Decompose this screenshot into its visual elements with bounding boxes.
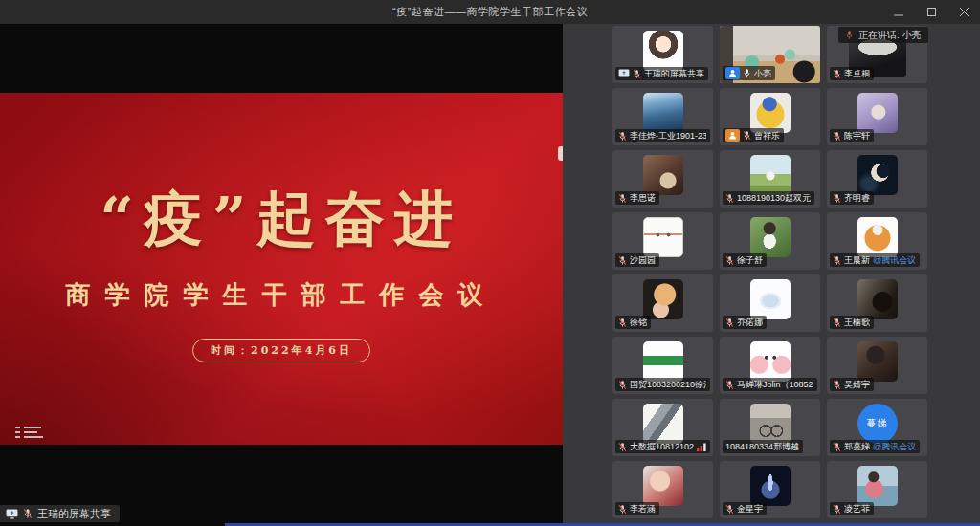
presenter-label: 王瑞的屏幕共享: [37, 507, 111, 521]
participant-label: 曾祥乐: [723, 128, 784, 142]
participant-tile[interactable]: 李若涵: [612, 461, 713, 518]
mic-muted-icon: [725, 318, 734, 328]
window-controls: [882, 0, 980, 24]
avatar-green-logo: [643, 341, 683, 382]
participant-name: 王楠歌: [844, 317, 870, 328]
close-button[interactable]: [947, 0, 980, 24]
participant-label: 大数据108121023...: [615, 440, 710, 453]
slide-subtitle: 商学院学生干部工作会议: [66, 278, 498, 312]
participant-label: 乔偌娜: [723, 316, 767, 329]
participants-panel: 正在讲话: 小亮 王瑞的屏幕共享小亮李卓桐李佳烨-工业1901-23曾祥乐陈宇轩…: [563, 24, 980, 526]
participant-name: 陈宇轩: [844, 130, 870, 142]
participant-label: 马婵琳Jolin（108520...: [723, 378, 817, 391]
avatar-pikachu: [750, 93, 791, 133]
maximize-icon: [927, 8, 936, 16]
participant-tile[interactable]: 王晨新@腾讯会议: [827, 212, 927, 270]
participant-label: 王楠歌: [830, 316, 874, 329]
participant-label: 齐明睿: [830, 191, 874, 205]
maximize-button[interactable]: [915, 0, 947, 24]
participant-name: 1084180334邢博越: [725, 441, 799, 452]
screen-share-icon: [6, 509, 18, 519]
participant-name: 李佳烨-工业1901-23: [630, 130, 706, 142]
participant-label: 1084180334邢博越: [723, 440, 803, 453]
participant-name: 郑蔓娣: [844, 441, 870, 452]
participant-tile[interactable]: 小亮: [720, 26, 820, 83]
participant-tile[interactable]: 国贸1083200210徐洋...: [612, 337, 713, 394]
participant-label: 徐子舒: [723, 253, 767, 267]
participant-label: 徐铭: [615, 316, 651, 329]
participant-name: 国贸1083200210徐洋...: [630, 379, 706, 390]
speaking-banner: 正在讲话: 小亮: [838, 27, 928, 43]
avatar-girl-dark: [858, 341, 898, 382]
participant-tile[interactable]: 乔偌娜: [720, 274, 820, 332]
mic-muted-icon: [833, 380, 841, 390]
participant-label: 李思诺: [615, 191, 659, 205]
participant-label: 李若涵: [615, 502, 659, 515]
participant-tile[interactable]: 金星宇: [720, 461, 820, 518]
avatar-girl-cartoon: [643, 31, 683, 71]
screen-share-icon: [618, 69, 630, 78]
participant-tile[interactable]: 1084180334邢博越: [720, 399, 820, 456]
participant-tile[interactable]: 曾祥乐: [720, 88, 820, 145]
participant-label: 小亮: [723, 66, 775, 80]
participant-name: 王晨新: [844, 254, 870, 266]
mic-muted-icon: [725, 504, 734, 515]
avatar-girl-outdoor: [750, 217, 791, 257]
participant-name: 沙园园: [630, 254, 656, 266]
slide-title: “疫”起奋进: [100, 177, 462, 261]
avatar-waterfall: [643, 93, 683, 133]
participant-name: 李思诺: [630, 192, 656, 204]
participant-name: 乔偌娜: [737, 317, 763, 328]
avatar-sea: [858, 466, 898, 506]
participant-name: 李若涵: [630, 503, 656, 515]
avatar-cat-meme: [643, 279, 683, 319]
participant-label: 吴婧宇: [830, 378, 874, 391]
participant-label: 王晨新@腾讯会议: [830, 253, 920, 267]
mic-muted-icon: [618, 131, 627, 142]
signal-bars-icon: [697, 443, 706, 451]
participant-label: 金星宇: [723, 502, 767, 515]
slide-footer-lines: [15, 427, 43, 441]
participant-label: 李卓桐: [830, 67, 874, 80]
participant-tile[interactable]: 王瑞的屏幕共享: [612, 26, 713, 83]
participant-name: 大数据108121023...: [630, 441, 694, 452]
participants-grid: 王瑞的屏幕共享小亮李卓桐李佳烨-工业1901-23曾祥乐陈宇轩李思诺108819…: [612, 26, 927, 518]
mic-muted-icon: [833, 193, 841, 204]
participant-tile[interactable]: 大数据108121023...: [612, 399, 713, 456]
mic-muted-icon: [618, 255, 627, 266]
participant-tile[interactable]: 蔓娣郑蔓娣@腾讯会议: [827, 399, 927, 456]
participant-tile[interactable]: 李思诺: [612, 150, 713, 208]
avatar-desk: [858, 279, 898, 319]
participant-label: 国贸1083200210徐洋...: [615, 378, 710, 391]
avatar-wolf: [643, 404, 683, 444]
participant-tile[interactable]: 徐铭: [612, 274, 713, 332]
participant-tile[interactable]: 李佳烨-工业1901-23: [612, 88, 713, 145]
participant-tile[interactable]: 齐明睿: [827, 150, 927, 208]
mic-muted-icon: [743, 130, 751, 141]
member-badge-icon: [725, 129, 740, 142]
avatar-girl-dog: [643, 155, 683, 195]
participant-tile[interactable]: 马婵琳Jolin（108520...: [720, 337, 820, 394]
mic-muted-icon: [618, 193, 627, 204]
participant-name: 李卓桐: [844, 68, 870, 79]
participant-label: 凌艺菲: [830, 502, 874, 515]
mic-muted-icon: [833, 504, 841, 515]
close-icon: [960, 8, 969, 16]
mic-muted-icon: [833, 69, 841, 79]
participant-tile[interactable]: 陈宇轩: [827, 88, 927, 145]
participant-name: 1088190130赵双元: [737, 192, 811, 204]
minimize-button[interactable]: [882, 0, 915, 24]
participant-name: 金星宇: [737, 503, 763, 515]
participant-tile[interactable]: 王楠歌: [827, 274, 927, 332]
mic-muted-icon: [618, 318, 627, 328]
participant-tile[interactable]: 凌艺菲: [827, 461, 927, 518]
participant-tile[interactable]: 沙园园: [612, 212, 713, 270]
participant-tile[interactable]: 徐子舒: [720, 212, 820, 270]
participant-label: 李佳烨-工业1901-23: [615, 129, 710, 142]
avatar-baby: [643, 466, 683, 506]
mic-muted-icon: [633, 69, 641, 79]
mic-muted-icon: [833, 131, 841, 142]
mic-muted-icon: [618, 380, 627, 390]
participant-tile[interactable]: 1088190130赵双元: [720, 150, 820, 208]
participant-tile[interactable]: 吴婧宇: [827, 337, 927, 394]
